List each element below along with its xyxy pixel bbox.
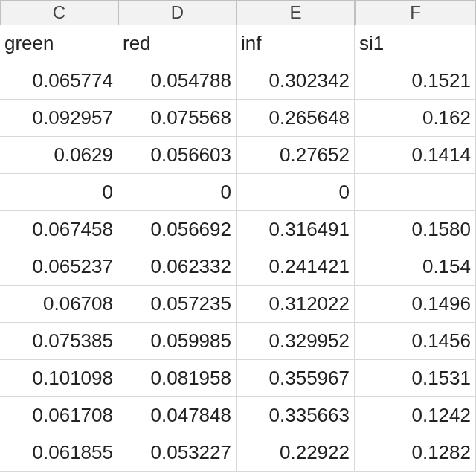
column-header-E[interactable]: E [237,0,355,25]
cell-C8[interactable]: 0.06708 [0,286,118,323]
cell-E8[interactable]: 0.312022 [237,286,355,323]
cell-F9[interactable]: 0.1456 [355,323,476,360]
cell-C11[interactable]: 0.061708 [0,397,118,434]
cell-F11[interactable]: 0.1242 [355,397,476,434]
cell-E7[interactable]: 0.241421 [237,248,355,286]
cell-E6[interactable]: 0.316491 [237,211,355,248]
cell-C4[interactable]: 0.0629 [0,137,118,174]
cell-E9[interactable]: 0.329952 [237,323,355,360]
cell-F1[interactable]: si1 [355,25,476,62]
cell-C7[interactable]: 0.065237 [0,248,118,286]
cell-E3[interactable]: 0.265648 [237,100,355,137]
cell-F5[interactable] [355,174,476,211]
cell-D3[interactable]: 0.075568 [118,100,237,137]
cell-E12[interactable]: 0.22922 [237,434,355,472]
cell-E5[interactable]: 0 [237,174,355,211]
cell-C2[interactable]: 0.065774 [0,62,118,100]
cell-D9[interactable]: 0.059985 [118,323,237,360]
cell-F3[interactable]: 0.162 [355,100,476,137]
cell-D6[interactable]: 0.056692 [118,211,237,248]
cell-C12[interactable]: 0.061855 [0,434,118,472]
cell-C9[interactable]: 0.075385 [0,323,118,360]
cell-D1[interactable]: red [118,25,237,62]
cell-F7[interactable]: 0.154 [355,248,476,286]
cell-E1[interactable]: inf [237,25,355,62]
cell-D8[interactable]: 0.057235 [118,286,237,323]
cell-C5[interactable]: 0 [0,174,118,211]
cell-C3[interactable]: 0.092957 [0,100,118,137]
cell-D10[interactable]: 0.081958 [118,360,237,397]
cell-F6[interactable]: 0.1580 [355,211,476,248]
cell-F10[interactable]: 0.1531 [355,360,476,397]
column-header-D[interactable]: D [118,0,237,25]
cell-E2[interactable]: 0.302342 [237,62,355,100]
cell-F2[interactable]: 0.1521 [355,62,476,100]
cell-D12[interactable]: 0.053227 [118,434,237,472]
cell-E4[interactable]: 0.27652 [237,137,355,174]
cell-C1[interactable]: green [0,25,118,62]
cell-F8[interactable]: 0.1496 [355,286,476,323]
cell-E10[interactable]: 0.355967 [237,360,355,397]
column-header-C[interactable]: C [0,0,118,25]
cell-D11[interactable]: 0.047848 [118,397,237,434]
cell-E11[interactable]: 0.335663 [237,397,355,434]
cell-F12[interactable]: 0.1282 [355,434,476,472]
cell-F4[interactable]: 0.1414 [355,137,476,174]
cell-D2[interactable]: 0.054788 [118,62,237,100]
column-header-F[interactable]: F [355,0,476,25]
cell-D5[interactable]: 0 [118,174,237,211]
cell-C10[interactable]: 0.101098 [0,360,118,397]
cell-C6[interactable]: 0.067458 [0,211,118,248]
cell-D7[interactable]: 0.062332 [118,248,237,286]
cell-D4[interactable]: 0.056603 [118,137,237,174]
